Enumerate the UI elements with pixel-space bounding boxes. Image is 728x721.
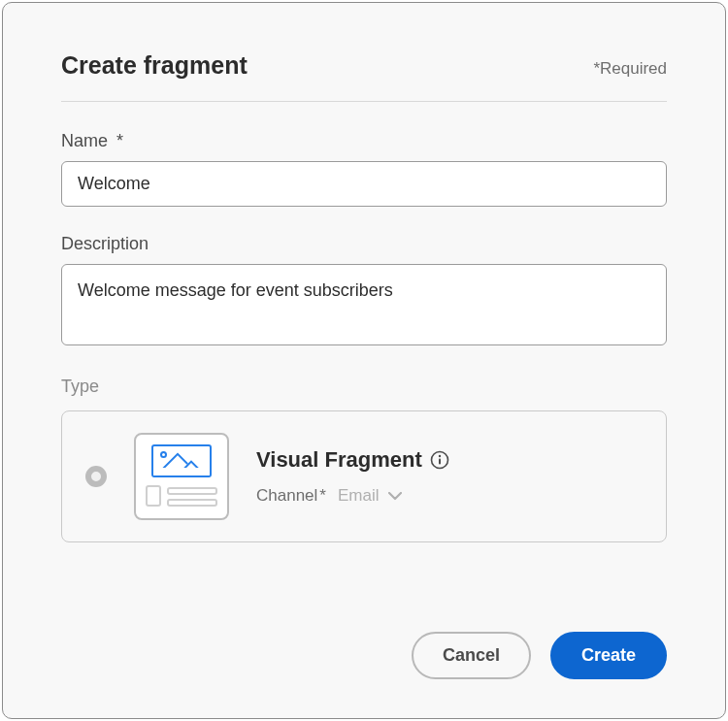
info-icon[interactable] xyxy=(430,450,449,470)
description-field-group: Description Welcome message for event su… xyxy=(61,234,667,349)
fragment-thumbnail-icon xyxy=(134,433,229,520)
name-field-group: Name * xyxy=(61,131,667,207)
cancel-button[interactable]: Cancel xyxy=(412,632,531,679)
type-option-body: Visual Fragment Channel* Email xyxy=(256,447,643,506)
dialog-header: Create fragment *Required xyxy=(61,51,667,102)
name-label-text: Name xyxy=(61,131,108,150)
type-label: Type xyxy=(61,377,667,397)
channel-value[interactable]: Email xyxy=(338,486,403,506)
chevron-down-icon xyxy=(388,492,402,501)
description-label: Description xyxy=(61,234,667,254)
type-option-visual-fragment[interactable]: Visual Fragment Channel* Email xyxy=(61,410,667,542)
type-option-title: Visual Fragment xyxy=(256,447,422,473)
name-asterisk: * xyxy=(116,131,123,150)
create-button[interactable]: Create xyxy=(550,632,667,679)
dialog-title: Create fragment xyxy=(61,51,248,80)
dialog-button-row: Cancel Create xyxy=(412,632,667,679)
required-hint: *Required xyxy=(593,59,667,79)
create-fragment-dialog: Create fragment *Required Name * Descrip… xyxy=(2,2,726,719)
svg-point-1 xyxy=(439,455,441,457)
channel-selector[interactable]: Channel* Email xyxy=(256,486,643,506)
radio-icon[interactable] xyxy=(85,466,107,487)
name-label: Name * xyxy=(61,131,667,151)
name-input[interactable] xyxy=(61,161,667,207)
description-input[interactable]: Welcome message for event subscribers xyxy=(61,264,667,345)
svg-rect-2 xyxy=(439,459,441,465)
type-field-group: Type Vi xyxy=(61,377,667,542)
channel-label: Channel* xyxy=(256,486,326,506)
